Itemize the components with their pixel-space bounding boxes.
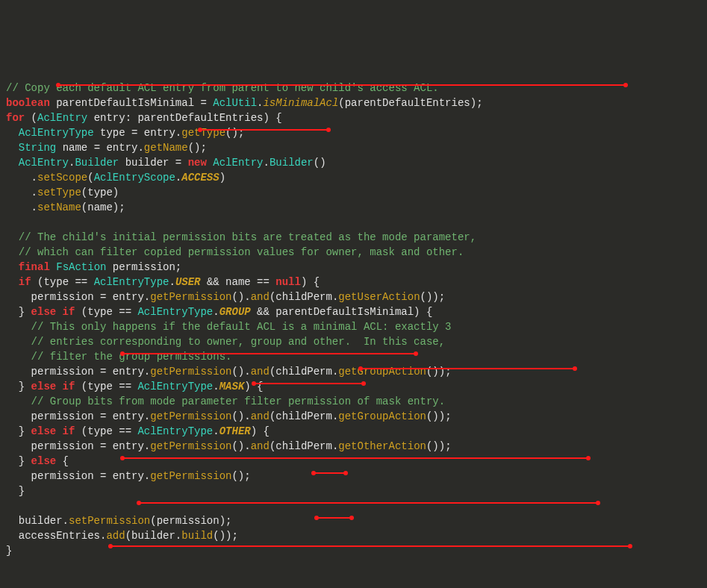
svg-point-23: [596, 501, 600, 505]
svg-point-11: [573, 366, 577, 371]
svg-point-28: [108, 544, 113, 548]
svg-point-22: [137, 501, 141, 505]
svg-point-2: [623, 83, 628, 87]
svg-point-8: [414, 351, 418, 356]
svg-point-20: [343, 471, 348, 475]
svg-point-26: [349, 516, 354, 520]
kw-boolean: boolean: [6, 97, 50, 109]
code-block: // Copy each default ACL entry from pare…: [6, 66, 701, 573]
comment: // Copy each default ACL entry from pare…: [6, 82, 439, 94]
svg-point-17: [586, 456, 591, 460]
svg-point-16: [120, 456, 125, 460]
svg-point-19: [311, 471, 316, 475]
svg-point-25: [314, 516, 319, 520]
svg-point-5: [326, 128, 331, 132]
svg-point-29: [628, 544, 632, 548]
svg-point-14: [361, 381, 366, 386]
